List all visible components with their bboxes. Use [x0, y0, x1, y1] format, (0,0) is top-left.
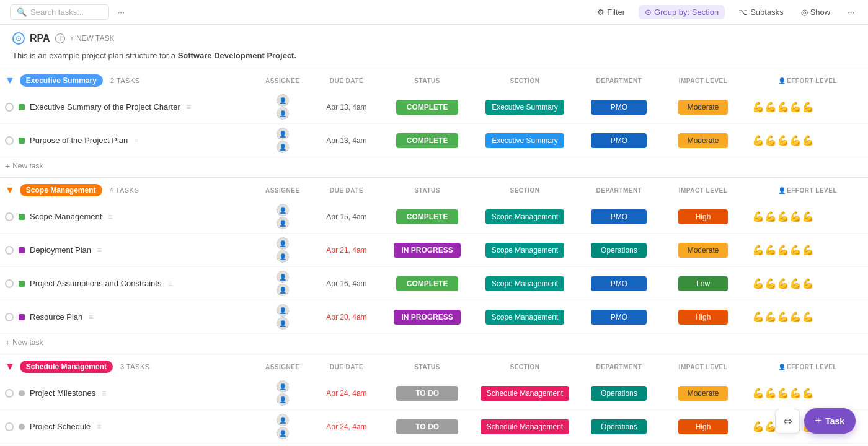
task-dept-cell[interactable]: PMO — [578, 300, 659, 334]
task-dept-cell[interactable]: Operations — [578, 410, 659, 444]
avatar[interactable]: 👤 — [277, 414, 289, 426]
effort-icon-filled: 💪 — [764, 102, 777, 112]
task-dept-cell[interactable]: Operations — [578, 377, 659, 410]
task-impact-cell[interactable]: Moderate — [660, 90, 747, 124]
filter-button[interactable]: ⚙ Filter — [593, 5, 629, 19]
new-task-button[interactable]: + New task — [5, 161, 43, 171]
task-checkbox[interactable] — [5, 388, 14, 398]
table-row[interactable]: Project Milestones ≡ 👤 👤 Apr 24, 4am TO … — [0, 377, 868, 410]
project-new-task-button[interactable]: + NEW TASK — [70, 34, 115, 43]
task-impact-cell[interactable]: High — [660, 200, 747, 234]
avatar[interactable]: 👤 — [277, 204, 289, 216]
task-status-cell[interactable]: TO DO — [384, 377, 471, 410]
task-checkbox[interactable] — [5, 312, 14, 322]
table-row[interactable]: Project Dependencies ≡ 👤 👤 Apr 27, 4am T… — [0, 444, 868, 447]
avatar[interactable]: 👤 — [277, 393, 289, 406]
task-assignee-cell[interactable]: 👤 👤 — [255, 444, 309, 447]
task-effort-cell: 💪💪💪💪💪 — [747, 377, 868, 410]
task-checkbox[interactable] — [5, 136, 14, 146]
table-row[interactable]: Project Assumptions and Constraints ≡ 👤 … — [0, 267, 868, 300]
task-checkbox[interactable] — [5, 422, 14, 432]
table-row[interactable]: Resource Plan ≡ 👤 👤 Apr 20, 4am IN PROGR… — [0, 300, 868, 334]
task-status-cell[interactable]: IN PROGRESS — [384, 300, 471, 334]
task-dept-cell[interactable]: Operations — [578, 444, 659, 447]
group-by-button[interactable]: ⊙ Group by: Section — [639, 5, 725, 19]
avatar[interactable]: 👤 — [277, 250, 289, 263]
avatar[interactable]: 👤 — [277, 141, 289, 153]
avatar[interactable]: 👤 — [277, 427, 289, 439]
new-task-button[interactable]: + New task — [5, 338, 43, 348]
task-section-cell[interactable]: Executive Summary — [471, 124, 579, 157]
task-section-cell[interactable]: Scope Management — [471, 300, 579, 334]
section-collapse-icon[interactable]: ▼ — [5, 185, 15, 196]
task-assignee-cell[interactable]: 👤 👤 — [255, 300, 309, 334]
task-checkbox[interactable] — [5, 279, 14, 289]
task-assignee-cell[interactable]: 👤 👤 — [255, 124, 309, 157]
task-assignee-cell[interactable]: 👤 👤 — [255, 410, 309, 444]
subtasks-button[interactable]: ⌥ Subtasks — [735, 5, 787, 19]
task-name-cell: Scope Management ≡ — [0, 200, 255, 234]
task-dept-cell[interactable]: Operations — [578, 234, 659, 267]
task-status-cell[interactable]: COMPLETE — [384, 124, 471, 157]
task-impact-cell[interactable]: Moderate — [660, 444, 747, 447]
table-row[interactable]: Executive Summary of the Project Charter… — [0, 90, 868, 124]
section-collapse-icon[interactable]: ▼ — [5, 75, 15, 86]
toolbar-more-button[interactable]: ··· — [844, 5, 858, 19]
project-info-icon[interactable]: i — [55, 33, 65, 43]
task-impact-cell[interactable]: High — [660, 300, 747, 334]
task-status-cell[interactable]: COMPLETE — [384, 267, 471, 300]
task-status-cell[interactable]: TO DO — [384, 410, 471, 444]
task-assignee-cell[interactable]: 👤 👤 — [255, 234, 309, 267]
section-title-cell: ▼ Scope Management 4 TASKS — [5, 184, 250, 196]
avatar[interactable]: 👤 — [277, 284, 289, 296]
task-section-cell[interactable]: Schedule Management — [471, 410, 579, 444]
avatar[interactable]: 👤 — [277, 317, 289, 330]
table-row[interactable]: Project Schedule ≡ 👤 👤 Apr 24, 4am TO DO… — [0, 410, 868, 444]
task-section-cell[interactable]: Scope Management — [471, 234, 579, 267]
table-row[interactable]: Purpose of the Project Plan ≡ 👤 👤 Apr 13… — [0, 124, 868, 157]
task-section-cell[interactable]: Scope Management — [471, 267, 579, 300]
search-box[interactable]: 🔍 Search tasks... — [10, 4, 109, 20]
effort-icon-filled: 💪 — [777, 388, 789, 398]
scroll-button[interactable]: ⇔ — [775, 409, 800, 434]
avatar[interactable]: 👤 — [277, 217, 289, 229]
task-assignee-cell[interactable]: 👤 👤 — [255, 200, 309, 234]
task-section-cell[interactable]: Schedule Management — [471, 444, 579, 447]
task-checkbox[interactable] — [5, 245, 14, 255]
task-section-cell[interactable]: Schedule Management — [471, 377, 579, 410]
task-impact-cell[interactable]: Moderate — [660, 377, 747, 410]
avatar[interactable]: 👤 — [277, 107, 289, 120]
task-impact-cell[interactable]: High — [660, 410, 747, 444]
task-assignee-cell[interactable]: 👤 👤 — [255, 267, 309, 300]
project-collapse-icon[interactable]: ⊙ — [12, 32, 25, 45]
task-status-cell[interactable]: COMPLETE — [384, 200, 471, 234]
avatar[interactable]: 👤 — [277, 380, 289, 393]
task-assignee-cell[interactable]: 👤 👤 — [255, 377, 309, 410]
task-dept-cell[interactable]: PMO — [578, 124, 659, 157]
task-section-cell[interactable]: Executive Summary — [471, 90, 579, 124]
task-status-cell[interactable]: TO DO — [384, 444, 471, 447]
avatar[interactable]: 👤 — [277, 271, 289, 283]
task-section-cell[interactable]: Scope Management — [471, 200, 579, 234]
show-button[interactable]: ◎ Show — [797, 5, 835, 19]
task-dept-cell[interactable]: PMO — [578, 267, 659, 300]
table-row[interactable]: Deployment Plan ≡ 👤 👤 Apr 21, 4am IN PRO… — [0, 234, 868, 267]
avatar[interactable]: 👤 — [277, 304, 289, 317]
avatar[interactable]: 👤 — [277, 237, 289, 250]
avatar[interactable]: 👤 — [277, 94, 289, 107]
task-checkbox[interactable] — [5, 102, 14, 112]
task-assignee-cell[interactable]: 👤 👤 — [255, 90, 309, 124]
task-impact-cell[interactable]: Moderate — [660, 234, 747, 267]
section-collapse-icon[interactable]: ▼ — [5, 361, 15, 372]
task-dept-cell[interactable]: PMO — [578, 90, 659, 124]
task-status-cell[interactable]: COMPLETE — [384, 90, 471, 124]
task-dept-cell[interactable]: PMO — [578, 200, 659, 234]
task-status-cell[interactable]: IN PROGRESS — [384, 234, 471, 267]
more-menu-button[interactable]: ··· — [114, 5, 128, 19]
task-impact-cell[interactable]: Moderate — [660, 124, 747, 157]
task-impact-cell[interactable]: Low — [660, 267, 747, 300]
table-row[interactable]: Scope Management ≡ 👤 👤 Apr 15, 4am COMPL… — [0, 200, 868, 234]
avatar[interactable]: 👤 — [277, 128, 289, 140]
add-task-fab[interactable]: + Task — [804, 408, 856, 434]
task-checkbox[interactable] — [5, 212, 14, 222]
